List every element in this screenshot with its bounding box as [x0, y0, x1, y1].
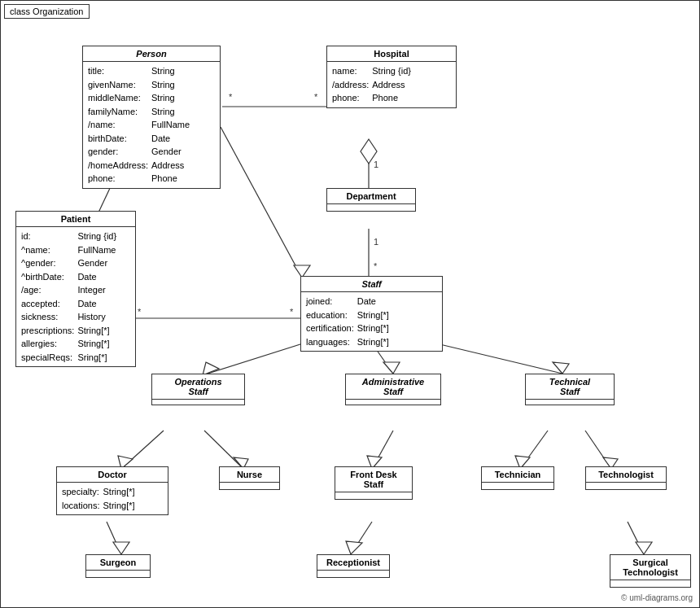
svg-text:*: * — [290, 307, 294, 317]
surgeon-body — [86, 571, 150, 577]
hospital-class: Hospital name:String {id} /address:Addre… — [326, 46, 457, 108]
nurse-body — [220, 483, 279, 489]
operations-staff-body — [152, 400, 244, 405]
surgical-technologist-title: SurgicalTechnologist — [610, 555, 690, 580]
receptionist-body — [317, 571, 389, 577]
staff-class: Staff joined:Date education:String[*] ce… — [300, 276, 443, 352]
svg-line-28 — [585, 431, 611, 469]
nurse-title: Nurse — [220, 467, 279, 483]
svg-line-30 — [107, 522, 121, 554]
technologist-body — [586, 483, 666, 489]
svg-text:1: 1 — [374, 160, 378, 169]
operations-staff-class: OperationsStaff — [151, 374, 245, 405]
svg-marker-35 — [636, 542, 652, 554]
svg-text:1: 1 — [374, 237, 378, 247]
svg-line-22 — [204, 431, 243, 469]
technical-staff-class: TechnicalStaff — [525, 374, 615, 405]
front-desk-staff-body — [335, 492, 412, 499]
svg-text:*: * — [138, 307, 142, 317]
surgeon-class: Surgeon — [85, 554, 151, 578]
administrative-staff-class: AdministrativeStaff — [345, 374, 441, 405]
svg-marker-4 — [361, 139, 377, 164]
technologist-class: Technologist — [585, 466, 667, 490]
doctor-class: Doctor specialty:String[*] locations:Str… — [56, 466, 168, 515]
hospital-body: name:String {id} /address:Address phone:… — [327, 62, 456, 107]
svg-text:*: * — [229, 92, 233, 102]
operations-staff-title: OperationsStaff — [152, 374, 244, 400]
svg-marker-31 — [113, 542, 129, 554]
department-title: Department — [327, 189, 415, 204]
svg-marker-19 — [553, 362, 569, 374]
surgical-technologist-class: SurgicalTechnologist — [610, 554, 691, 588]
svg-line-26 — [520, 431, 548, 469]
receptionist-class: Receptionist — [317, 554, 390, 578]
staff-title: Staff — [301, 277, 442, 292]
svg-line-32 — [351, 522, 372, 554]
patient-class: Patient id:String {id} ^name:FullName ^g… — [15, 211, 136, 367]
receptionist-title: Receptionist — [317, 555, 389, 571]
department-class: Department — [326, 188, 416, 212]
diagram-container: class Organization * * 1 * 1 * — [0, 0, 700, 608]
svg-marker-33 — [346, 541, 362, 554]
svg-text:*: * — [374, 261, 378, 271]
administrative-staff-title: AdministrativeStaff — [346, 374, 440, 400]
surgical-technologist-body — [610, 580, 690, 587]
technical-staff-body — [526, 400, 614, 405]
surgeon-title: Surgeon — [86, 555, 150, 571]
copyright-text: © uml-diagrams.org — [621, 593, 693, 602]
patient-title: Patient — [16, 212, 135, 227]
technician-title: Technician — [482, 467, 553, 483]
svg-marker-17 — [383, 362, 400, 374]
front-desk-staff-title: Front DeskStaff — [335, 467, 412, 492]
person-class: Person title:String givenName:String mid… — [82, 46, 221, 189]
department-body — [327, 204, 415, 211]
person-title: Person — [83, 46, 220, 62]
nurse-class: Nurse — [219, 466, 280, 490]
diagram-title: class Organization — [4, 4, 90, 19]
technologist-title: Technologist — [586, 467, 666, 483]
staff-body: joined:Date education:String[*] certific… — [301, 292, 442, 351]
svg-line-24 — [372, 431, 393, 469]
svg-line-20 — [121, 431, 164, 469]
person-body: title:String givenName:String middleName… — [83, 62, 220, 188]
front-desk-staff-class: Front DeskStaff — [335, 466, 413, 500]
technical-staff-title: TechnicalStaff — [526, 374, 614, 400]
technician-class: Technician — [481, 466, 554, 490]
technician-body — [482, 483, 553, 489]
patient-body: id:String {id} ^name:FullName ^gender:Ge… — [16, 227, 135, 366]
svg-line-34 — [628, 522, 644, 554]
svg-text:*: * — [314, 92, 318, 102]
administrative-staff-body — [346, 400, 440, 405]
doctor-body: specialty:String[*] locations:String[*] — [57, 483, 168, 514]
doctor-title: Doctor — [57, 467, 168, 483]
hospital-title: Hospital — [327, 46, 456, 62]
svg-line-12 — [221, 127, 302, 278]
